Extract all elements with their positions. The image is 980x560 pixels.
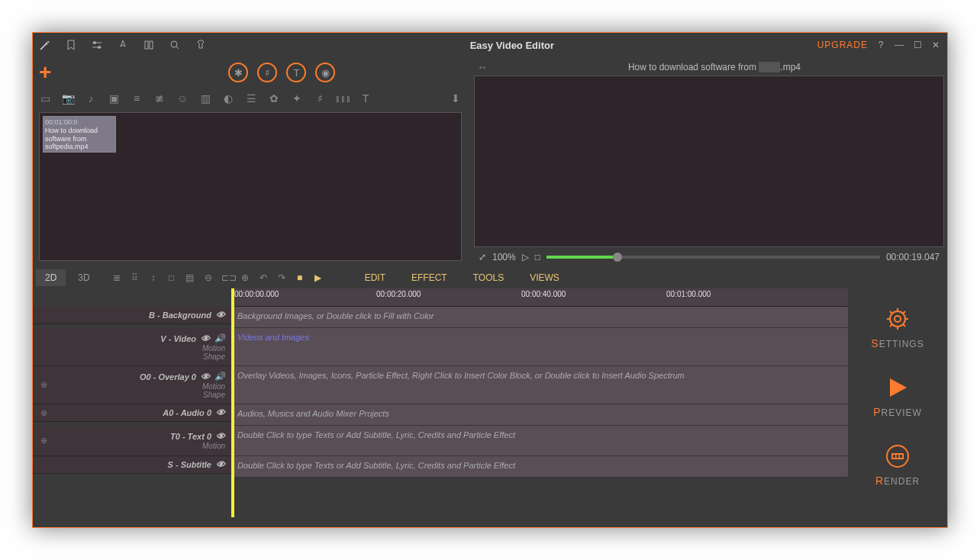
add-track-button[interactable]: ⊕ [40, 380, 47, 390]
speaker-icon[interactable]: 🔊 [214, 333, 225, 343]
svg-rect-4 [150, 41, 153, 49]
speaker-icon[interactable]: 🔊 [214, 372, 225, 381]
text-icon[interactable]: T [286, 63, 306, 82]
note-icon[interactable]: ♪ [85, 92, 97, 105]
titlebar: Easy Video Editor UPGRADE ? — ☐ ✕ [33, 33, 947, 57]
list-icon[interactable]: ☰ [245, 92, 257, 105]
resize-arrow-icon[interactable]: ↔ [477, 61, 488, 73]
menu-effect[interactable]: EFFECT [411, 272, 447, 283]
track-head-subtitle[interactable]: S - Subtitle 👁 [33, 456, 231, 474]
eye-icon[interactable]: 👁 [216, 431, 225, 442]
add-track-button[interactable]: ⊕ [40, 408, 47, 418]
menu-edit[interactable]: EDIT [365, 272, 385, 283]
svg-point-1 [94, 42, 96, 44]
wand-icon[interactable] [39, 39, 51, 51]
svg-rect-20 [900, 455, 902, 458]
redo-icon[interactable]: ↷ [276, 272, 287, 283]
close-button[interactable]: ✕ [930, 40, 941, 50]
track-body-video[interactable]: Videos and Images [231, 328, 848, 366]
stop-icon[interactable]: ■ [295, 272, 305, 283]
playhead[interactable] [231, 288, 234, 517]
tab-2d[interactable]: 2D [36, 269, 66, 286]
puzzle-icon[interactable]: ✦ [291, 92, 303, 105]
frame-icon[interactable]: ▭ [39, 92, 51, 105]
render-button[interactable]: RENDER [875, 441, 920, 487]
svg-line-14 [890, 324, 892, 327]
eye-icon[interactable]: 👁 [201, 333, 210, 344]
add-track-button[interactable]: ⊕ [40, 436, 47, 446]
maximize-button[interactable]: ☐ [912, 40, 923, 50]
grid-icon[interactable]: ♯ [314, 92, 326, 105]
play-button[interactable]: ▷ [522, 252, 529, 262]
columns-icon[interactable] [143, 39, 155, 51]
eye-icon[interactable]: 👁 [216, 459, 225, 470]
media-bin[interactable]: 00:01:00:0 How to download software from… [39, 112, 462, 261]
flower-icon[interactable]: ✿ [268, 92, 280, 105]
track-body-audio[interactable]: Audios, Musics and Audio Mixer Projects [231, 404, 848, 426]
track-head-overlay[interactable]: ⊕ O0 - Overlay 0 👁 🔊 Motion Shape [33, 366, 231, 404]
menu-tools[interactable]: TOOLS [473, 272, 504, 283]
track-body-subtitle[interactable]: Double Click to type Texts or Add Subtit… [231, 456, 848, 478]
bookmark-icon[interactable] [65, 39, 77, 51]
film-icon[interactable]: ▣ [108, 92, 120, 105]
camera-icon[interactable]: 📷 [62, 92, 74, 105]
track-head-text[interactable]: ⊕ T0 - Text 0 👁 Motion [33, 426, 231, 456]
app-title: Easy Video Editor [207, 40, 817, 51]
stop-button[interactable]: □ [535, 252, 540, 262]
progress-thumb[interactable] [613, 253, 622, 262]
track-head-video[interactable]: V - Video 👁 🔊 Motion Shape [33, 328, 231, 366]
compass-icon[interactable] [117, 39, 129, 51]
help-button[interactable]: ? [875, 40, 886, 50]
track-head-background[interactable]: B - Background 👁 [33, 307, 231, 324]
play-icon[interactable]: ▶ [313, 272, 324, 283]
settings-button[interactable]: SETTINGS [871, 304, 924, 349]
track-body-text[interactable]: Double Click to type Texts or Add Subtit… [231, 426, 848, 456]
undo-icon[interactable]: ↶ [258, 272, 269, 283]
contrast-icon[interactable]: ◐ [222, 92, 234, 105]
list-view-icon[interactable]: ≣ [111, 272, 122, 283]
track-body-background[interactable]: Background Images, or Double click to Fi… [231, 307, 848, 328]
preview-viewport[interactable] [474, 76, 944, 247]
track-head-audio[interactable]: ⊕ A0 - Audio 0 👁 [33, 404, 231, 422]
play-triangle-icon [882, 372, 913, 403]
square-icon[interactable]: □ [166, 272, 177, 283]
fullscreen-icon[interactable]: ⤢ [479, 252, 486, 262]
track-body-overlay[interactable]: Overlay Videos, Images, Icons, Particle … [231, 366, 848, 404]
progress-bar[interactable] [546, 256, 880, 259]
minimize-button[interactable]: — [894, 40, 904, 50]
action-rail: SETTINGS PREVIEW RENDER [848, 288, 947, 527]
music-note-icon[interactable]: ♯ [257, 63, 277, 82]
zoom-out-icon[interactable]: ⊖ [203, 272, 214, 283]
eq-icon[interactable]: ⫾⫾⫾ [337, 92, 349, 105]
preview-button[interactable]: PREVIEW [873, 372, 922, 418]
layout-icon[interactable]: ▤ [185, 272, 195, 283]
gear-icon [882, 304, 913, 334]
person-icon[interactable]: ◉ [315, 63, 335, 82]
upgrade-button[interactable]: UPGRADE [817, 40, 868, 50]
time-ruler[interactable]: 00:00:00.000 00:00:20.000 00:00:40.000 0… [231, 288, 848, 307]
add-media-button[interactable]: + [39, 60, 51, 85]
svg-rect-19 [896, 455, 898, 458]
asterisk-icon[interactable]: ✱ [228, 63, 248, 82]
fx-icon[interactable]: ≡ [131, 92, 143, 105]
smile-icon[interactable]: ☺ [176, 92, 189, 105]
type-icon[interactable]: T [359, 92, 372, 105]
updown-icon[interactable]: ↕ [148, 272, 159, 283]
eye-icon[interactable]: 👁 [201, 372, 210, 382]
media-category-toolbar: ▭ 📷 ♪ ▣ ≡ ≢ ☺ ▥ ◐ ☰ ✿ ✦ ♯ ⫾⫾⫾ T ⬇ [33, 88, 468, 109]
download-icon[interactable]: ⬇ [450, 92, 462, 105]
search-icon[interactable] [169, 39, 181, 51]
menu-views[interactable]: VIEWS [530, 272, 559, 283]
media-clip-thumb[interactable]: 00:01:00:0 How to download software from… [43, 116, 116, 153]
shirt-icon[interactable] [195, 39, 207, 51]
preview-filename: How to download software from ------.mp4 [488, 62, 941, 72]
align-icon[interactable]: ≢ [153, 92, 166, 105]
sliders-icon[interactable] [91, 39, 103, 51]
battery-icon[interactable]: ▥ [199, 92, 211, 105]
tab-3d[interactable]: 3D [69, 269, 98, 286]
fit-icon[interactable]: ⊏⊐ [221, 272, 232, 283]
zoom-in-icon[interactable]: ⊕ [240, 272, 250, 283]
grid-view-icon[interactable]: ⠿ [130, 272, 140, 283]
eye-icon[interactable]: 👁 [216, 310, 225, 320]
eye-icon[interactable]: 👁 [216, 407, 225, 418]
